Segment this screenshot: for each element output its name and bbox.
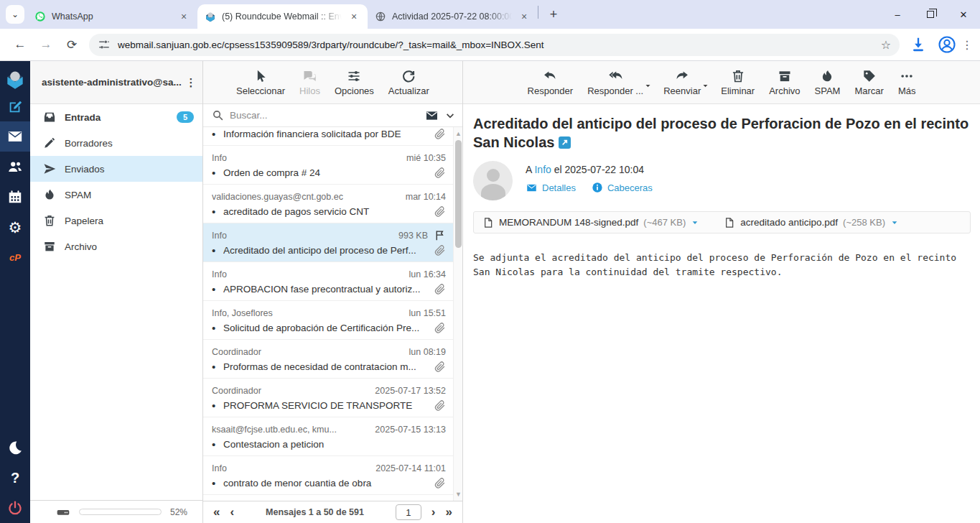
tab-search-button[interactable]: ⌄	[6, 5, 24, 24]
page-number-input[interactable]	[396, 504, 421, 520]
tab-whatsapp[interactable]: WhatsApp ×	[27, 4, 197, 29]
folder-item[interactable]: Archivo	[30, 233, 202, 259]
recipient-link[interactable]: Info	[534, 164, 551, 175]
rail-calendar[interactable]	[0, 182, 30, 212]
toolbar-label: Hilos	[299, 85, 320, 96]
message-row[interactable]: Info 993 KB • Acreditado del anticipo de…	[203, 223, 453, 262]
rail-help[interactable]: ?	[0, 463, 30, 493]
attachment-item[interactable]: MEMORANDUM 148-signed.pdf (~467 KB)	[482, 217, 699, 228]
message-row[interactable]: Coordinador lun 08:19 • Proformas de nec…	[203, 340, 453, 379]
close-tab-icon[interactable]: ×	[177, 10, 190, 23]
last-page-button[interactable]: »	[446, 505, 452, 519]
message-row[interactable]: ksaait@fcjse.utb.edu.ec, kmu... 2025-07-…	[203, 417, 453, 456]
rail-contacts[interactable]	[0, 152, 30, 182]
new-tab-button[interactable]: +	[544, 5, 563, 24]
tab-roundcube-active[interactable]: (5) Roundcube Webmail :: Envia ×	[197, 4, 368, 29]
restore-button[interactable]	[914, 0, 947, 29]
details-link[interactable]: Detalles	[526, 182, 576, 193]
list-scrollbar[interactable]: ▲ ▼	[453, 127, 462, 501]
profile-icon[interactable]	[937, 34, 957, 55]
message-subject: Solicitud de aprobación de Certificación…	[223, 323, 429, 333]
reload-button[interactable]: ⟳	[61, 34, 83, 55]
close-tab-icon[interactable]: ×	[347, 10, 360, 23]
headers-link[interactable]: Cabeceras	[592, 182, 653, 193]
message-sender: Info	[212, 153, 401, 163]
bookmark-star-icon[interactable]: ☆	[881, 38, 891, 52]
toolbar-icon	[302, 69, 317, 83]
toolbar-button[interactable]: Reenviar	[658, 66, 706, 99]
message-subject: Orden de compra # 24	[223, 167, 429, 178]
attachment-item[interactable]: acreditado anticipo.pdf (~258 KB)	[724, 217, 899, 228]
scrollbar-thumb[interactable]	[455, 140, 462, 248]
pdf-file-icon	[482, 217, 494, 228]
site-info-icon[interactable]	[98, 38, 111, 51]
account-menu-icon[interactable]: ⋮	[185, 81, 197, 84]
scroll-up-icon[interactable]: ▲	[454, 129, 462, 139]
attachment-menu-caret-icon[interactable]	[890, 218, 899, 227]
toolbar-button[interactable]: Archivo	[764, 66, 805, 99]
forward-button[interactable]: →	[35, 34, 57, 55]
attachment-icon	[434, 244, 446, 256]
dropdown-caret-icon[interactable]	[644, 82, 652, 90]
close-window-button[interactable]: ✕	[947, 0, 980, 29]
toolbar-button[interactable]: Hilos	[294, 66, 325, 99]
rail-settings[interactable]: ⚙	[0, 212, 30, 242]
message-row[interactable]: Info mié 10:35 • Orden de compra # 24	[203, 146, 453, 185]
folder-item[interactable]: Borradores	[30, 130, 202, 156]
rail-cpanel[interactable]: cP	[0, 242, 30, 272]
rail-logout[interactable]	[0, 493, 30, 523]
next-page-button[interactable]: ›	[431, 505, 436, 519]
message-row[interactable]: validaciones.guayas@cnt.gob.ec mar 10:14…	[203, 185, 453, 223]
folder-item[interactable]: Enviados	[30, 156, 202, 182]
toolbar-button[interactable]: Marcar	[849, 66, 888, 99]
scroll-down-icon[interactable]: ▼	[454, 489, 462, 499]
message-row[interactable]: • Información financiera solicitada por …	[203, 127, 453, 146]
folder-item[interactable]: Entrada 5	[30, 104, 202, 130]
message-row[interactable]: Coordinador 2025-07-17 13:52 • PROFORMA …	[203, 379, 453, 417]
tab-actividad[interactable]: Actividad 2025-07-22 08:00:00 ×	[368, 4, 538, 29]
quota-progress	[79, 509, 162, 515]
browser-menu-icon[interactable]: ⋮	[961, 38, 973, 52]
message-row[interactable]: Info lun 16:34 • APROBACION fase precont…	[203, 262, 453, 301]
close-tab-icon[interactable]: ×	[518, 10, 531, 23]
toolbar-button[interactable]: Más	[893, 66, 921, 99]
toolbar-button[interactable]: Actualizar	[383, 66, 434, 99]
downloads-icon[interactable]	[908, 34, 928, 55]
account-header[interactable]: asistente-administrativo@sa... ⋮	[30, 61, 202, 104]
url-text[interactable]: webmail.sanjuan.gob.ec/cpsess1535909589/…	[118, 40, 881, 50]
rail-darkmode[interactable]	[0, 432, 30, 463]
roundcube-icon	[205, 11, 216, 22]
toolbar-button[interactable]: Seleccionar	[231, 66, 290, 99]
folder-item[interactable]: SPAM	[30, 182, 202, 208]
search-scope-mail-icon[interactable]	[424, 109, 439, 122]
toolbar-button[interactable]: Opciones	[330, 66, 379, 99]
toolbar-button[interactable]: SPAM	[810, 66, 846, 99]
toolbar-label: Más	[898, 85, 916, 96]
minimize-button[interactable]: –	[881, 0, 914, 29]
flag-icon[interactable]	[434, 229, 446, 241]
dropdown-caret-icon[interactable]	[701, 82, 709, 90]
toolbar-button[interactable]: Eliminar	[716, 66, 760, 99]
attachment-name[interactable]: acreditado anticipo.pdf	[740, 217, 838, 228]
rail-compose[interactable]	[0, 91, 30, 121]
url-bar[interactable]: webmail.sanjuan.gob.ec/cpsess1535909589/…	[89, 34, 900, 56]
attachment-menu-caret-icon[interactable]	[691, 218, 699, 227]
search-input[interactable]	[230, 110, 419, 121]
pagination-text: Mensajes 1 a 50 de 591	[244, 507, 386, 517]
message-row[interactable]: Mariuxi del Rocio Santos Si... 2025-07-1…	[203, 495, 453, 501]
message-date: lun 16:34	[409, 269, 446, 279]
message-sender: Info	[212, 231, 393, 241]
first-page-button[interactable]: «	[213, 505, 220, 519]
back-button[interactable]: ←	[9, 34, 31, 55]
folder-icon	[43, 188, 56, 201]
folder-item[interactable]: Papelera	[30, 208, 202, 233]
rail-mail[interactable]	[0, 121, 30, 152]
chevron-down-icon[interactable]	[445, 111, 455, 121]
toolbar-button[interactable]: Responder	[523, 66, 579, 99]
toolbar-button[interactable]: Responder ...	[582, 66, 648, 99]
message-row[interactable]: Info, Joseflores lun 15:51 • Solicitud d…	[203, 301, 453, 340]
open-in-new-window-icon[interactable]	[559, 136, 571, 149]
attachment-name[interactable]: MEMORANDUM 148-signed.pdf	[499, 217, 638, 228]
prev-page-button[interactable]: ‹	[230, 505, 234, 519]
message-row[interactable]: Info 2025-07-14 11:01 • contrato de meno…	[203, 456, 453, 495]
